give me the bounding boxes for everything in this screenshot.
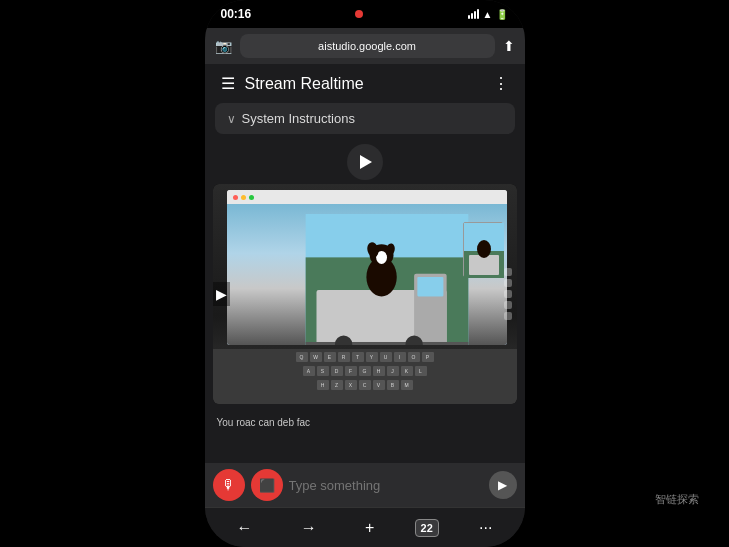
app-content: ☰ Stream Realtime ⋮ ∨ System Instruction… — [205, 64, 525, 507]
status-bar: 00:16 ▲ 🔋 — [205, 0, 525, 28]
forward-button[interactable]: → — [293, 515, 325, 541]
mic-button[interactable]: 🎙 — [213, 469, 245, 501]
key-a[interactable]: A — [303, 366, 315, 376]
key-g[interactable]: G — [359, 366, 371, 376]
key-s[interactable]: S — [317, 366, 329, 376]
watermark: 智链探索 — [655, 492, 699, 507]
key-t[interactable]: T — [352, 352, 364, 362]
send-arrow-icon: ▶ — [498, 478, 507, 492]
toolbar-item[interactable] — [504, 268, 512, 276]
key-i[interactable]: I — [394, 352, 406, 362]
key-c[interactable]: C — [359, 380, 371, 390]
key-m[interactable]: М — [401, 380, 413, 390]
keyboard-area: Q W E R T Y U I O P A — [213, 349, 517, 404]
signal-bars-icon — [468, 9, 479, 19]
inner-screen-header — [227, 190, 507, 204]
key-w[interactable]: W — [310, 352, 322, 362]
key-v[interactable]: V — [373, 380, 385, 390]
message-input[interactable] — [289, 478, 483, 493]
chevron-down-icon: ∨ — [227, 112, 236, 126]
main-area: ▶ Q W E R T Y U I O P — [205, 184, 525, 463]
input-bar: 🎙 ⬛ ▶ — [205, 463, 525, 507]
key-d[interactable]: D — [331, 366, 343, 376]
key-x[interactable]: X — [345, 380, 357, 390]
play-area — [205, 144, 525, 180]
key-l[interactable]: L — [415, 366, 427, 376]
key-p[interactable]: P — [422, 352, 434, 362]
system-instructions-bar[interactable]: ∨ System Instructions — [215, 103, 515, 134]
hamburger-icon[interactable]: ☰ — [221, 74, 235, 93]
browser-more-button[interactable]: ··· — [471, 515, 500, 541]
status-icons: ▲ 🔋 — [468, 9, 509, 20]
content-text: You roac can deb fac — [217, 417, 311, 428]
svg-rect-10 — [305, 342, 468, 345]
screen-content: ▶ Q W E R T Y U I O P — [213, 184, 517, 404]
browser-bar: 📷 aistudio.google.com ⬆ — [205, 28, 525, 64]
key-r[interactable]: R — [338, 352, 350, 362]
key-b[interactable]: B — [387, 380, 399, 390]
url-bar[interactable]: aistudio.google.com — [240, 34, 495, 58]
share-icon[interactable]: ⬆ — [503, 38, 515, 54]
phone-frame: 00:16 ▲ 🔋 📷 aistudio.google.com ⬆ ☰ Stre… — [205, 0, 525, 547]
key-h[interactable]: H — [373, 366, 385, 376]
status-time: 00:16 — [221, 7, 252, 21]
key-j[interactable]: J — [387, 366, 399, 376]
camera-tab-icon: 📷 — [215, 38, 232, 54]
key-q[interactable]: Q — [296, 352, 308, 362]
tabs-count[interactable]: 22 — [415, 519, 439, 537]
system-instructions-label: System Instructions — [242, 111, 355, 126]
laptop-bg: ▶ Q W E R T Y U I O P — [213, 184, 517, 404]
wifi-icon: ▲ — [483, 9, 493, 20]
url-text: aistudio.google.com — [318, 40, 416, 52]
keyboard-row-3: Н Z X C V B М — [213, 377, 517, 391]
key-k[interactable]: K — [401, 366, 413, 376]
back-button[interactable]: ← — [229, 515, 261, 541]
dog-truck-scene — [227, 204, 507, 345]
camera-button[interactable]: ⬛ — [251, 469, 283, 501]
svg-point-16 — [477, 240, 491, 258]
key-e[interactable]: E — [324, 352, 336, 362]
key-z[interactable]: Z — [331, 380, 343, 390]
keyboard-row-2: A S D F G H J K L — [213, 363, 517, 377]
header-more-icon[interactable]: ⋮ — [493, 74, 509, 93]
key-f[interactable]: F — [345, 366, 357, 376]
key-n[interactable]: Н — [317, 380, 329, 390]
left-arrow-icon[interactable]: ▶ — [213, 282, 230, 306]
key-o[interactable]: O — [408, 352, 420, 362]
key-y[interactable]: Y — [366, 352, 378, 362]
keyboard-row-1: Q W E R T Y U I O P — [213, 349, 517, 363]
toolbar-item[interactable] — [504, 290, 512, 298]
status-dot — [355, 10, 363, 18]
thumbnail-img — [463, 222, 503, 277]
new-tab-button[interactable]: + — [357, 515, 382, 541]
bottom-nav: ← → + 22 ··· — [205, 507, 525, 547]
inner-content — [227, 204, 507, 345]
play-button[interactable] — [347, 144, 383, 180]
battery-icon: 🔋 — [496, 9, 508, 20]
mic-icon: 🎙 — [222, 477, 236, 493]
key-u[interactable]: U — [380, 352, 392, 362]
play-triangle-icon — [360, 155, 372, 169]
toolbar-item[interactable] — [504, 312, 512, 320]
camera-icon: ⬛ — [259, 478, 275, 493]
app-header: ☰ Stream Realtime ⋮ — [205, 64, 525, 103]
send-button[interactable]: ▶ — [489, 471, 517, 499]
toolbar-item[interactable] — [504, 279, 512, 287]
toolbar-item[interactable] — [504, 301, 512, 309]
inner-screen — [227, 190, 507, 345]
text-content: You roac can deb fac — [205, 404, 525, 434]
app-title: Stream Realtime — [245, 75, 493, 93]
svg-rect-4 — [417, 277, 443, 297]
